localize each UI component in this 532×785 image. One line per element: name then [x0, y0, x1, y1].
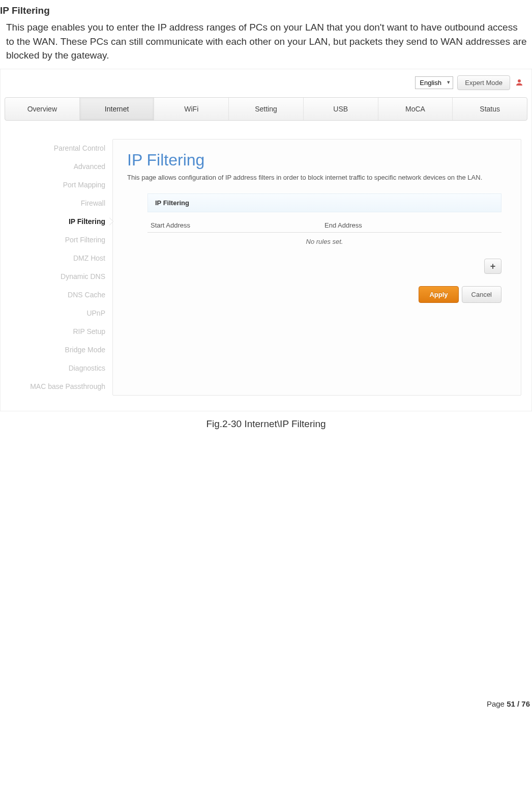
- apply-button[interactable]: Apply: [419, 286, 458, 303]
- footer-page-number: 51 / 76: [507, 699, 530, 708]
- section-header: IP Filtering: [147, 193, 501, 212]
- add-row: +: [147, 259, 501, 286]
- footer-prefix: Page: [487, 699, 507, 708]
- panel-description: This page allows configuration of IP add…: [127, 173, 507, 183]
- tab-overview[interactable]: Overview: [5, 98, 80, 120]
- doc-section-title: IP Filtering: [0, 0, 532, 20]
- page-footer: Page 51 / 76: [0, 694, 532, 713]
- panel-inner: IP Filtering Start Address End Address N…: [127, 193, 507, 303]
- doc-section-description: This page enables you to enter the IP ad…: [0, 20, 532, 69]
- sidebar-item-dns-cache[interactable]: DNS Cache: [1, 286, 105, 304]
- tab-setting[interactable]: Setting: [229, 98, 304, 120]
- user-icon[interactable]: [514, 77, 524, 88]
- expert-mode-button[interactable]: Expert Mode: [457, 75, 510, 90]
- sidebar-item-parental-control[interactable]: Parental Control: [1, 139, 105, 157]
- add-rule-button[interactable]: +: [484, 259, 501, 274]
- sidebar-item-rip-setup[interactable]: RIP Setup: [1, 322, 105, 341]
- panel-title: IP Filtering: [127, 151, 507, 170]
- main-tabs: Overview Internet WiFi Setting USB MoCA …: [5, 97, 527, 121]
- sidebar-item-port-mapping[interactable]: Port Mapping: [1, 176, 105, 194]
- language-select[interactable]: English: [415, 76, 453, 89]
- sidebar-item-dynamic-dns[interactable]: Dynamic DNS: [1, 267, 105, 286]
- tab-moca[interactable]: MoCA: [378, 98, 453, 120]
- sidebar-item-diagnostics[interactable]: Diagnostics: [1, 359, 105, 377]
- svg-point-0: [518, 79, 521, 82]
- cancel-button[interactable]: Cancel: [462, 286, 501, 303]
- sidebar-item-bridge-mode[interactable]: Bridge Mode: [1, 341, 105, 359]
- tab-wifi[interactable]: WiFi: [154, 98, 229, 120]
- table-headers: Start Address End Address: [147, 221, 501, 232]
- language-select-wrap: English: [415, 76, 453, 89]
- router-admin-screenshot: English Expert Mode Overview Internet Wi…: [0, 69, 532, 411]
- tab-internet[interactable]: Internet: [80, 98, 155, 120]
- sidebar-item-dmz-host[interactable]: DMZ Host: [1, 249, 105, 267]
- sidebar-item-ip-filtering[interactable]: IP Filtering: [1, 212, 105, 231]
- col-end-address: End Address: [324, 221, 498, 229]
- sidebar-item-port-filtering[interactable]: Port Filtering: [1, 231, 105, 249]
- sidebar-item-mac-passthrough[interactable]: MAC base Passthrough: [1, 377, 105, 396]
- col-start-address: Start Address: [151, 221, 324, 229]
- content-row: Parental Control Advanced Port Mapping F…: [1, 121, 531, 406]
- tab-usb[interactable]: USB: [304, 98, 378, 120]
- figure-caption: Fig.2-30 Internet\IP Filtering: [0, 411, 532, 694]
- sidebar: Parental Control Advanced Port Mapping F…: [1, 139, 112, 396]
- no-rules-message: No rules set.: [147, 232, 501, 259]
- tab-status[interactable]: Status: [453, 98, 527, 120]
- sidebar-item-upnp[interactable]: UPnP: [1, 304, 105, 322]
- sidebar-item-advanced[interactable]: Advanced: [1, 157, 105, 176]
- top-bar: English Expert Mode: [1, 69, 531, 97]
- sidebar-item-firewall[interactable]: Firewall: [1, 194, 105, 212]
- action-buttons: Apply Cancel: [147, 286, 501, 303]
- main-panel: IP Filtering This page allows configurat…: [112, 139, 521, 396]
